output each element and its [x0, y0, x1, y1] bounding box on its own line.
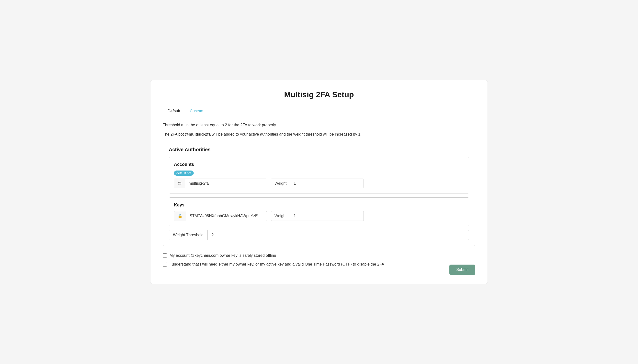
accounts-title: Accounts: [174, 162, 464, 167]
key-weight-container: Weight: [271, 211, 364, 221]
account-prefix: @: [174, 179, 185, 188]
key-input[interactable]: [186, 211, 267, 220]
tabs-container: Default Custom: [163, 106, 475, 116]
keys-section: Keys 🔒 Weight: [169, 198, 469, 226]
info-line2-bold: @multisig-2fa: [185, 132, 211, 136]
checkbox-offline-key-label: My account @keychain.com owner key is sa…: [169, 253, 276, 258]
default-bot-badge: default bot: [174, 170, 194, 176]
active-authorities-box: Active Authorities Accounts default bot …: [163, 141, 475, 246]
key-weight-input[interactable]: [290, 211, 363, 220]
weight-threshold-label: Weight Threshold: [169, 230, 208, 240]
tab-default[interactable]: Default: [163, 106, 185, 116]
tab-custom[interactable]: Custom: [185, 106, 208, 116]
active-authorities-title: Active Authorities: [169, 147, 469, 152]
info-line2-prefix: The 2FA bot: [163, 132, 185, 136]
info-line2: The 2FA bot @multisig-2fa will be added …: [163, 132, 475, 137]
lock-icon: 🔒: [174, 211, 186, 221]
modal-container: Multisig 2FA Setup Default Custom Thresh…: [150, 80, 488, 284]
key-input-container: 🔒: [174, 211, 267, 221]
info-line1: Threshold must be at least equal to 2 fo…: [163, 122, 475, 128]
account-weight-container: Weight: [271, 178, 364, 188]
accounts-section: Accounts default bot @ Weight: [169, 157, 469, 194]
account-input[interactable]: [185, 179, 267, 188]
checkbox-row-2: I understand that I will need either my …: [163, 262, 475, 267]
key-weight-label: Weight: [271, 211, 290, 220]
submit-button[interactable]: Submit: [449, 264, 475, 275]
keys-title: Keys: [174, 202, 464, 208]
keys-input-row: 🔒 Weight: [174, 211, 464, 221]
weight-threshold-row: Weight Threshold 2: [169, 230, 469, 240]
checkboxes-section: My account @keychain.com owner key is sa…: [163, 253, 475, 267]
weight-threshold-value: 2: [208, 230, 218, 240]
account-weight-input[interactable]: [290, 179, 363, 188]
account-weight-label: Weight: [271, 179, 290, 188]
checkbox-offline-key[interactable]: [163, 253, 167, 258]
accounts-input-row: @ Weight: [174, 178, 464, 188]
checkbox-understand-otp-label: I understand that I will need either my …: [169, 262, 384, 267]
checkbox-understand-otp[interactable]: [163, 262, 167, 266]
checkbox-row-1: My account @keychain.com owner key is sa…: [163, 253, 475, 258]
info-line2-suffix: will be added to your active authorities…: [211, 132, 361, 136]
page-title: Multisig 2FA Setup: [163, 90, 475, 99]
account-input-container: @: [174, 178, 267, 188]
